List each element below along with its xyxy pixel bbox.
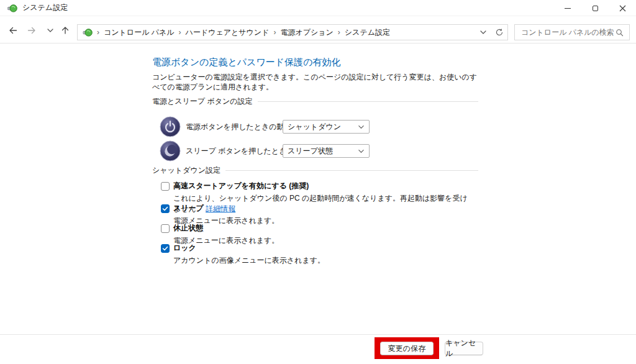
breadcrumb-separator: › [273, 28, 276, 37]
check-icon [162, 245, 168, 252]
chevron-down-icon [479, 29, 487, 36]
breadcrumb-separator: › [97, 28, 99, 37]
lock-description: アカウントの画像メニューに表示されます。 [173, 255, 471, 266]
title-bar: システム設定 [0, 0, 636, 16]
breadcrumb-control-panel[interactable]: コントロール パネル [104, 27, 175, 38]
forward-button[interactable] [25, 24, 39, 37]
footer-divider [0, 334, 636, 335]
back-button[interactable] [6, 24, 20, 37]
sleep-button-action-select[interactable]: スリープ状態 [283, 144, 370, 158]
power-button-row: 電源ボタンを押したときの動作: シャットダウン [160, 116, 420, 137]
recent-pages-button[interactable] [43, 24, 57, 37]
sleep-button-action-value: スリープ状態 [288, 146, 333, 157]
breadcrumb-separator: › [338, 28, 340, 37]
fast-startup-checkbox[interactable] [161, 182, 170, 191]
shutdown-section-header: シャットダウン設定 [152, 165, 478, 176]
chevron-down-icon [358, 148, 365, 155]
up-button[interactable] [58, 24, 72, 37]
shutdown-section-title: シャットダウン設定 [152, 165, 220, 176]
power-button-action-label: 電源ボタンを押したときの動作: [186, 122, 294, 132]
power-button-action-value: シャットダウン [288, 122, 341, 132]
hibernate-checkbox[interactable] [161, 224, 170, 233]
lock-option: ロック アカウントの画像メニューに表示されます。 [161, 243, 471, 266]
lock-label[interactable]: ロック [173, 243, 196, 253]
search-icon [616, 29, 624, 37]
page-title: 電源ボタンの定義とパスワード保護の有効化 [152, 57, 341, 68]
power-sleep-section-title: 電源とスリープ ボタンの設定 [152, 96, 253, 107]
power-button-icon [160, 116, 181, 137]
breadcrumb-system-settings[interactable]: システム設定 [345, 27, 390, 38]
close-icon [619, 5, 626, 12]
sleep-button-icon [160, 140, 181, 162]
chevron-down-icon [47, 27, 54, 34]
power-sleep-section-header: 電源とスリープ ボタンの設定 [152, 96, 478, 107]
page-description: コンピューターの電源設定を選択できます。このページの設定に対して行う変更は、お使… [152, 72, 480, 92]
hibernate-label[interactable]: 休止状態 [173, 223, 203, 234]
power-button-action-select[interactable]: シャットダウン [283, 120, 370, 134]
save-changes-button[interactable]: 変更の保存 [380, 342, 434, 355]
fast-startup-label[interactable]: 高速スタートアップを有効にする (推奨) [173, 181, 309, 191]
refresh-button[interactable] [491, 25, 507, 40]
navigation-toolbar: › コントロール パネル › ハードウェアとサウンド › 電源オプション › シ… [0, 16, 636, 43]
lock-checkbox[interactable] [161, 244, 170, 253]
sleep-button-row: スリープ ボタンを押したときの動作: スリープ状態 [160, 140, 420, 162]
breadcrumb-hardware-and-sound[interactable]: ハードウェアとサウンド [186, 27, 270, 38]
minimize-button[interactable] [554, 0, 581, 16]
breadcrumb-power-options[interactable]: 電源オプション [280, 27, 333, 38]
breadcrumb: › コントロール パネル › ハードウェアとサウンド › 電源オプション › シ… [77, 24, 508, 40]
sleep-label[interactable]: スリープ [173, 203, 204, 214]
power-options-app-icon [7, 3, 17, 13]
up-arrow-icon [60, 25, 70, 35]
sleep-checkbox[interactable] [161, 204, 170, 213]
refresh-icon [495, 28, 504, 37]
check-icon [162, 206, 168, 212]
breadcrumb-separator: › [179, 28, 181, 37]
search-input[interactable] [515, 28, 616, 37]
minimize-icon [565, 8, 571, 9]
close-button[interactable] [609, 0, 636, 16]
window-title: システム設定 [22, 2, 68, 13]
maximize-button[interactable] [581, 0, 609, 16]
system-settings-window: システム設定 [0, 0, 636, 364]
address-dropdown-button[interactable] [475, 25, 491, 40]
power-options-location-icon[interactable] [83, 27, 93, 37]
chevron-down-icon [358, 124, 365, 130]
search-box [514, 24, 630, 40]
cancel-button[interactable]: キャンセル [445, 342, 483, 355]
back-arrow-icon [8, 25, 18, 35]
forward-arrow-icon [27, 25, 37, 35]
maximize-icon [593, 6, 598, 11]
